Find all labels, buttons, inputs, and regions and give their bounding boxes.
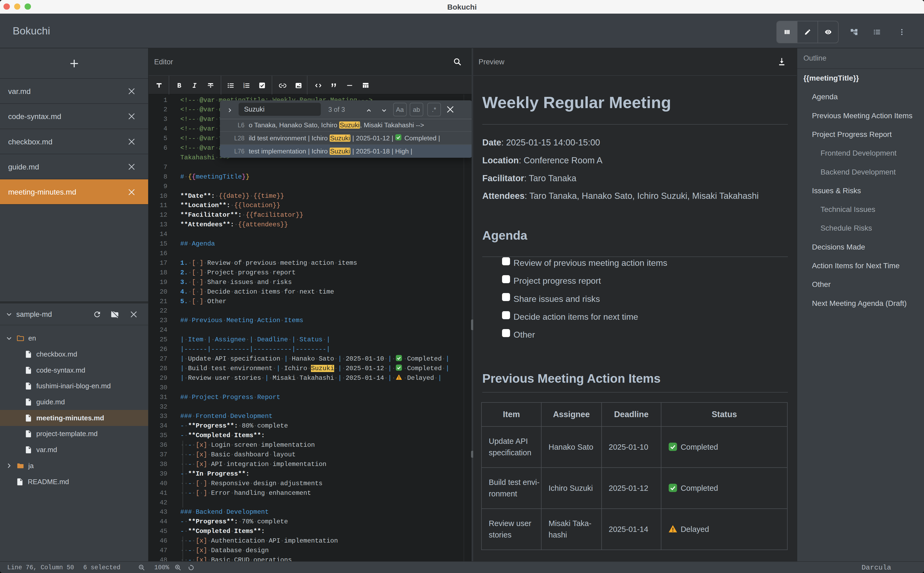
svg-text:3: 3 — [243, 86, 244, 88]
